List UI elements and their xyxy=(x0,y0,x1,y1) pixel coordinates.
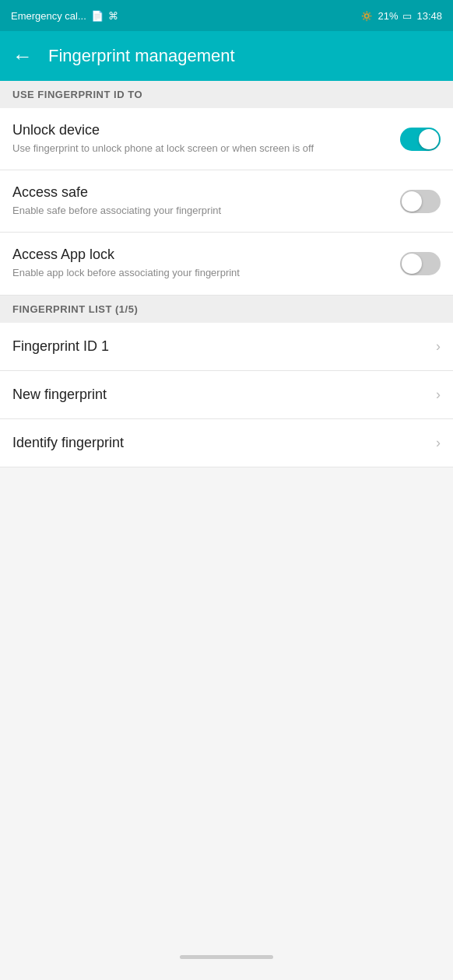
setting-access-app-lock-text: Access App lock Enable app lock before a… xyxy=(12,247,400,280)
setting-unlock-device-text: Unlock device Use fingerprint to unlock … xyxy=(12,122,400,156)
fingerprint-id-1-label: Fingerprint ID 1 xyxy=(12,338,109,355)
access-app-lock-toggle[interactable] xyxy=(400,252,441,275)
chevron-right-icon-1: › xyxy=(436,338,441,355)
vibrate-icon: 🔅 xyxy=(360,10,373,22)
toggle-knob-unlock xyxy=(419,129,439,149)
page-title: Fingerprint management xyxy=(48,46,235,66)
back-button[interactable]: ← xyxy=(12,44,33,68)
toggle-knob-safe xyxy=(402,191,422,212)
emergency-call-text: Emergency cal... xyxy=(11,10,86,22)
section-fingerprint-list: FINGERPRINT LIST (1/5) xyxy=(0,296,453,323)
new-fingerprint-item[interactable]: New fingerprint › xyxy=(0,371,453,419)
status-right: 🔅 21% ▭ 13:48 xyxy=(360,10,442,22)
setting-access-safe-title: Access safe xyxy=(12,184,388,201)
setting-access-safe: Access safe Enable safe before associati… xyxy=(0,170,453,233)
status-bar: Emergency cal... 📄 ⌘ 🔅 21% ▭ 13:48 xyxy=(0,0,453,31)
setting-access-app-lock-title: Access App lock xyxy=(12,247,388,263)
toggle-knob-app-lock xyxy=(402,254,422,274)
chevron-right-icon-2: › xyxy=(436,387,441,403)
setting-unlock-device: Unlock device Use fingerprint to unlock … xyxy=(0,108,453,170)
battery-percent: 21% xyxy=(378,10,398,22)
home-indicator xyxy=(180,955,273,959)
new-fingerprint-label: New fingerprint xyxy=(12,387,107,403)
identify-fingerprint-item[interactable]: Identify fingerprint › xyxy=(0,419,453,467)
setting-access-safe-text: Access safe Enable safe before associati… xyxy=(12,184,400,218)
setting-access-safe-desc: Enable safe before associating your fing… xyxy=(12,204,388,218)
setting-access-app-lock-desc: Enable app lock before associating your … xyxy=(12,266,388,280)
setting-access-app-lock: Access App lock Enable app lock before a… xyxy=(0,233,453,295)
identify-fingerprint-label: Identify fingerprint xyxy=(12,435,124,451)
status-left: Emergency cal... 📄 ⌘ xyxy=(11,10,118,22)
setting-unlock-device-title: Unlock device xyxy=(12,122,388,138)
chevron-right-icon-3: › xyxy=(436,435,441,451)
unlock-device-toggle[interactable] xyxy=(400,128,441,151)
wifi-icon: ⌘ xyxy=(108,10,118,22)
bottom-bar xyxy=(0,933,453,980)
time-display: 13:48 xyxy=(416,10,442,22)
empty-content-area xyxy=(0,467,453,933)
header: ← Fingerprint management xyxy=(0,31,453,81)
fingerprint-id-1-item[interactable]: Fingerprint ID 1 › xyxy=(0,323,453,371)
setting-unlock-device-desc: Use fingerprint to unlock phone at lock … xyxy=(12,142,388,156)
sim-icon: 📄 xyxy=(91,10,104,22)
battery-icon: ▭ xyxy=(402,10,412,22)
section-use-fingerprint: USE FINGERPRINT ID TO xyxy=(0,81,453,108)
access-safe-toggle[interactable] xyxy=(400,190,441,213)
